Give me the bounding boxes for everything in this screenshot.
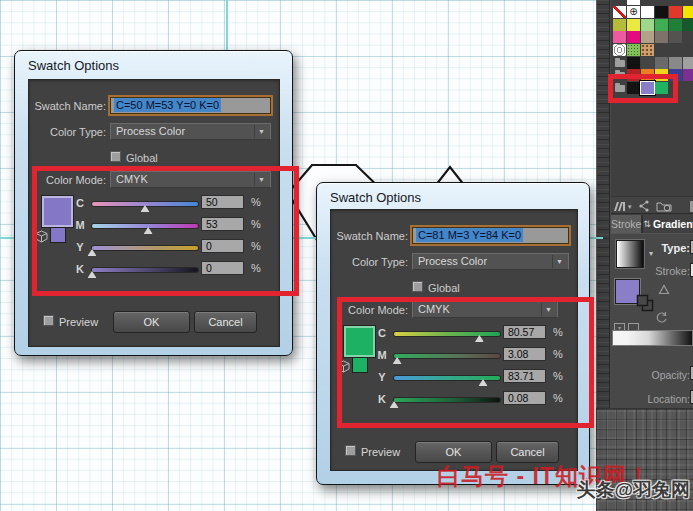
swatch-cell[interactable] xyxy=(627,31,640,43)
swatch-cell[interactable] xyxy=(655,82,668,94)
slider-track[interactable] xyxy=(394,354,500,358)
watermark-dark: 头条@羽兔网 xyxy=(576,477,690,503)
gradient-stroke-label: Stroke: xyxy=(649,265,690,277)
slider-value-input[interactable]: 0 xyxy=(201,239,244,253)
tab-gradient[interactable]: ⇅ Gradient xyxy=(643,215,693,233)
slider-thumb[interactable] xyxy=(475,335,484,342)
swatch-cell[interactable] xyxy=(655,57,668,69)
rotate-gradient-icon[interactable] xyxy=(655,311,668,324)
percent-label: % xyxy=(251,262,261,274)
slider-track[interactable] xyxy=(394,398,500,402)
percent-label: % xyxy=(251,240,261,252)
swatch-cell[interactable] xyxy=(627,19,640,31)
slider-row-K: K0.08% xyxy=(331,389,577,411)
slider-track[interactable] xyxy=(92,224,198,228)
swatch-cell[interactable] xyxy=(683,19,693,31)
channel-label: K xyxy=(375,393,389,405)
swatch-cell[interactable] xyxy=(683,57,693,69)
swatch-cell[interactable] xyxy=(655,19,668,31)
channel-label: C xyxy=(73,197,87,209)
reverse-gradient-icon[interactable] xyxy=(658,284,670,295)
channel-label: C xyxy=(375,327,389,339)
swatch-cell[interactable] xyxy=(641,57,654,69)
preview-label: Preview xyxy=(59,316,98,328)
swatch-none[interactable] xyxy=(613,6,626,18)
color-group-folder[interactable] xyxy=(613,82,626,94)
swatch-cell[interactable] xyxy=(683,6,693,18)
dialog-body: Swatch Name: C=50 M=53 Y=0 K=0 Color Typ… xyxy=(28,79,280,347)
tab-gradient-label: Gradient xyxy=(653,218,693,230)
swatch-pattern-dots[interactable] xyxy=(641,44,654,56)
slider-value-input[interactable]: 0 xyxy=(201,261,244,275)
percent-label: % xyxy=(553,392,563,404)
swatch-cell[interactable] xyxy=(627,69,640,81)
gradient-menu-arrow-icon[interactable]: ▾ xyxy=(649,249,653,258)
swatch-cell[interactable] xyxy=(655,31,668,43)
swatch-cell[interactable] xyxy=(669,31,682,43)
swatch-cell[interactable] xyxy=(641,6,654,18)
slider-value-input[interactable]: 83.71 xyxy=(503,369,546,383)
percent-label: % xyxy=(553,370,563,382)
channel-label: M xyxy=(73,219,87,231)
slider-thumb[interactable] xyxy=(88,271,97,278)
color-group-folder[interactable] xyxy=(613,69,626,81)
slider-thumb[interactable] xyxy=(479,379,488,386)
swatch-cell[interactable] xyxy=(683,31,693,43)
gradient-thumbnail[interactable] xyxy=(616,240,644,268)
folder-icon xyxy=(615,60,625,67)
slider-value-input[interactable]: 3.08 xyxy=(503,347,546,361)
slider-value-input[interactable]: 80.57 xyxy=(503,325,546,339)
swatch-kinds-icon[interactable] xyxy=(638,200,650,212)
swatch-registration[interactable]: ⊕ xyxy=(627,6,640,18)
slider-value-input[interactable]: 0.08 xyxy=(503,391,546,405)
slider-track[interactable] xyxy=(92,268,198,272)
opacity-label: Opacity: xyxy=(645,369,690,381)
swatch-cell[interactable] xyxy=(655,6,668,18)
color-group-folder[interactable] xyxy=(613,57,626,69)
slider-track[interactable] xyxy=(394,376,500,380)
nested-squares-icon xyxy=(636,294,654,312)
swatch-cell[interactable] xyxy=(683,69,693,81)
preview-checkbox[interactable] xyxy=(43,315,54,326)
dialog-title: Swatch Options xyxy=(28,58,119,73)
swatch-cell[interactable] xyxy=(669,6,682,18)
ok-button[interactable]: OK xyxy=(113,311,190,333)
swatch-cell[interactable] xyxy=(613,31,626,43)
menu-arrow-icon: ▾ xyxy=(628,203,632,211)
swatch-cell[interactable] xyxy=(641,31,654,43)
swatch-cell[interactable] xyxy=(641,69,654,81)
swatch-libraries-icon[interactable] xyxy=(613,200,628,212)
swatch-cell[interactable] xyxy=(641,19,654,31)
swatch-cell[interactable] xyxy=(627,57,640,69)
ok-button[interactable]: OK xyxy=(415,441,492,463)
slider-thumb[interactable] xyxy=(393,357,402,364)
gradient-slider-bar[interactable] xyxy=(612,330,693,346)
slider-thumb[interactable] xyxy=(390,401,399,408)
preview-checkbox[interactable] xyxy=(345,445,356,456)
slider-value-input[interactable]: 53 xyxy=(201,217,244,231)
slider-track[interactable] xyxy=(394,332,500,336)
folder-icon xyxy=(615,85,625,92)
swatch-pattern-green[interactable] xyxy=(627,44,640,56)
color-group-folder-icon[interactable] xyxy=(656,200,673,213)
slider-thumb[interactable] xyxy=(141,205,150,212)
swatch-cell[interactable] xyxy=(669,57,682,69)
cancel-button[interactable]: Cancel xyxy=(496,441,559,463)
slider-row-M: M3.08% xyxy=(331,345,577,367)
swatch-cell[interactable] xyxy=(627,0,640,5)
swatch-cell[interactable] xyxy=(613,19,626,31)
swatch-pattern-rings[interactable] xyxy=(613,44,626,56)
swatch-cell[interactable] xyxy=(669,69,682,81)
swatch-selected[interactable] xyxy=(641,82,654,94)
slider-thumb[interactable] xyxy=(88,249,97,256)
cancel-button[interactable]: Cancel xyxy=(194,311,257,333)
swatch-cell[interactable] xyxy=(655,69,668,81)
percent-label: % xyxy=(553,326,563,338)
slider-value-input[interactable]: 50 xyxy=(201,195,244,209)
swatch-cell[interactable] xyxy=(627,82,640,94)
slider-row-C: C80.57% xyxy=(331,323,577,345)
swatch-cell[interactable] xyxy=(669,19,682,31)
slider-track[interactable] xyxy=(92,246,198,250)
tab-stroke[interactable]: Stroke xyxy=(611,215,641,233)
slider-thumb[interactable] xyxy=(144,227,153,234)
